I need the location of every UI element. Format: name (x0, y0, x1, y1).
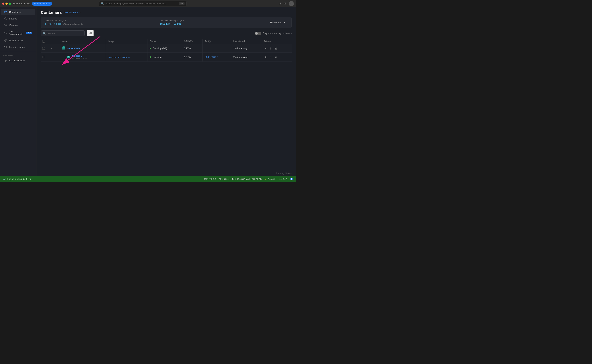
group-name[interactable]: docs-private (67, 47, 80, 50)
update-button[interactable]: Update to latest (32, 2, 52, 6)
row-status: Running (148, 52, 182, 62)
svg-rect-14 (68, 56, 69, 57)
container-search-input[interactable] (47, 32, 83, 35)
volumes-icon (4, 24, 7, 27)
status-dot (150, 56, 151, 58)
delete-button[interactable]: 🗑 (274, 46, 278, 50)
statusbar: 🐳 Engine running ▶ ⏸ ⏻ RAM 2.15 GB CPU 0… (0, 176, 296, 182)
group-checkbox[interactable] (42, 47, 45, 50)
more-options-button[interactable]: ⋮ (268, 46, 273, 50)
sidebar-item-volumes[interactable]: Volumes (1, 22, 35, 28)
stop-button[interactable]: ■ (264, 55, 267, 59)
col-ports[interactable]: Port(s) (202, 39, 231, 44)
row-status: Running (1/1) (148, 44, 182, 52)
titlebar-right: ⚙ ⚙ K (278, 1, 294, 6)
col-cpu[interactable]: CPU (%) (182, 39, 202, 44)
feedback-label: Give feedback (64, 11, 78, 14)
svg-rect-10 (91, 32, 92, 34)
global-search-input[interactable] (105, 2, 177, 5)
pause-icon[interactable]: ⏸ (26, 178, 28, 180)
container-search-wrap[interactable]: 🔍 (41, 30, 85, 36)
row-checkbox[interactable] (41, 44, 47, 52)
select-all-checkbox[interactable] (42, 40, 45, 43)
child-name[interactable]: mkdocs-1 (72, 54, 86, 57)
row-last-started: 2 minutes ago (231, 44, 262, 52)
delete-button[interactable]: 🗑 (274, 55, 278, 59)
sidebar-item-containers[interactable]: Containers (1, 9, 35, 15)
row-indent (47, 52, 60, 62)
svg-line-5 (6, 32, 7, 33)
running-filter-toggle[interactable] (255, 32, 261, 35)
container-icon (67, 55, 71, 59)
memory-info-icon[interactable]: ℹ (183, 20, 184, 22)
sidebar-item-images[interactable]: Images (1, 15, 35, 22)
running-filter-toggle-container: Only show running containers (255, 32, 292, 35)
ram-info: RAM 2.15 GB (204, 178, 216, 180)
cpu-info-icon[interactable]: ℹ (65, 20, 66, 22)
engine-status: 🐳 Engine running ▶ ⏸ ⏻ (3, 178, 31, 180)
memory-stat-label: Container memory usage ℹ (160, 20, 268, 22)
notification-badge[interactable]: 1 (290, 178, 293, 180)
col-last-started[interactable]: Last started (231, 39, 262, 44)
chart-view-button[interactable] (87, 30, 94, 36)
svg-rect-12 (62, 46, 65, 48)
container-hash: 092e692cff29 (72, 57, 84, 59)
sidebar: Containers Images Volumes (0, 7, 36, 176)
cpu-note: (10 cores allocated) (63, 23, 83, 26)
version-info: ℹ v4.24.2 (279, 178, 287, 180)
statusbar-right: RAM 2.15 GB CPU 0.30% Disk 53.69 GB avai… (204, 178, 293, 180)
cpu-info: CPU 0.30% (219, 178, 229, 180)
user-avatar[interactable]: K (289, 1, 294, 6)
close-button[interactable] (2, 3, 4, 5)
svg-marker-2 (4, 17, 7, 20)
more-options-button[interactable]: ⋮ (268, 55, 273, 59)
sidebar-label-volumes: Volumes (9, 24, 18, 26)
col-checkbox (41, 39, 47, 44)
content-area: Containers Give feedback ↗ Container CPU… (36, 7, 296, 176)
sidebar-label-dev-env: Dev Environments (9, 30, 24, 35)
extensions-icon[interactable]: ⚙ (278, 2, 281, 5)
row-cpu: 1.97% (182, 44, 202, 52)
disk-info: Disk 53.69 GB avail. of 62.67 GB (232, 178, 262, 180)
expand-icon[interactable]: ▾ (50, 47, 53, 50)
port-link[interactable]: 8000:8000 ↗ (205, 56, 229, 58)
play-icon[interactable]: ▶ (23, 178, 25, 180)
col-name[interactable]: Name (60, 39, 106, 44)
keyboard-shortcut: ⌘K (179, 2, 184, 5)
feedback-link[interactable]: Give feedback ↗ (64, 11, 81, 14)
image-link[interactable]: docs-private-mkdocs (108, 56, 130, 58)
containers-table: Name Image Status CPU (%) Port(s) Last s… (41, 39, 292, 62)
extensions-more-icon[interactable]: ⋯ (31, 54, 33, 56)
row-checkbox[interactable] (41, 52, 47, 62)
version-text: v4.24.2 (280, 178, 287, 180)
whale-icon: 🐳 (3, 178, 6, 180)
row-expand[interactable]: ▾ (47, 44, 60, 52)
global-search-bar[interactable]: 🔍 ⌘K (99, 1, 187, 6)
extensions-label: Extensions (3, 54, 13, 56)
row-cpu: 1.97% (182, 52, 202, 62)
minimize-button[interactable] (6, 3, 8, 5)
settings-icon[interactable]: ⚙ (284, 2, 286, 5)
table-body: ▾ docs-pr (41, 44, 292, 62)
row-actions: ■ ⋮ 🗑 (262, 44, 292, 52)
external-link-icon: ↗ (217, 56, 218, 58)
col-image[interactable]: Image (106, 39, 148, 44)
sidebar-item-docker-scout[interactable]: Docker Scout (1, 37, 35, 44)
sidebar-item-add-extensions[interactable]: ⊕ Add Extensions (1, 57, 35, 64)
feedback-icon: ↗ (79, 11, 81, 14)
sidebar-item-dev-environments[interactable]: Dev Environments BETA (1, 29, 35, 37)
sidebar-item-learning-center[interactable]: Learning center (1, 44, 35, 50)
maximize-button[interactable] (9, 3, 11, 5)
copy-hash-icon[interactable]: ⧉ (85, 57, 87, 59)
show-charts-button[interactable]: Show charts ▼ (268, 20, 288, 25)
stop-button[interactable]: ■ (264, 46, 267, 50)
stats-divider (156, 19, 156, 26)
main-layout: Containers Images Volumes (0, 7, 296, 176)
col-expand (47, 39, 60, 44)
toolbar: 🔍 Only show running containers (36, 30, 296, 39)
sidebar-label-add-extensions: Add Extensions (9, 59, 26, 62)
cpu-stat: Container CPU usage ℹ 1.97% / 1000% (10 … (45, 20, 152, 26)
power-icon[interactable]: ⏻ (29, 178, 31, 180)
col-status[interactable]: Status (148, 39, 182, 44)
child-checkbox[interactable] (42, 56, 45, 58)
